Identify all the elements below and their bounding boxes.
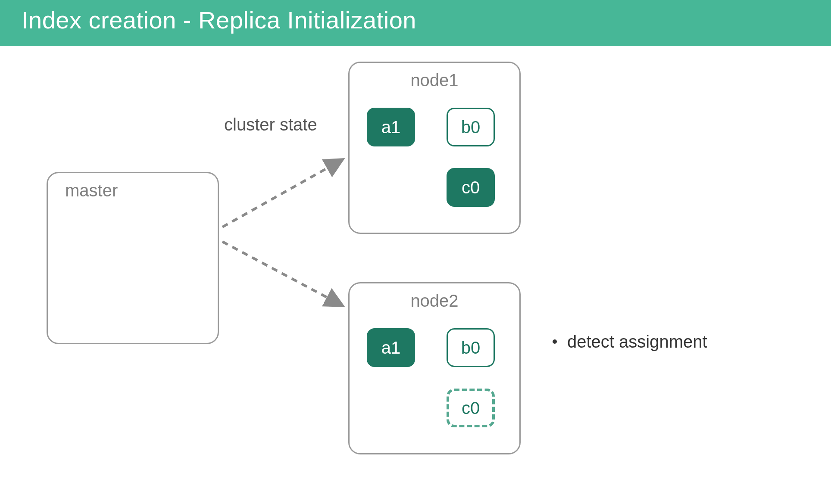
annotation-item: detect assignment [567, 332, 707, 351]
node2-shard-c0: c0 [447, 389, 495, 427]
diagram-stage: master node1 a1 b0 c0 node2 a1 b0 c0 clu… [0, 46, 831, 490]
bullet-dot-icon [553, 339, 557, 344]
node1-box: node1 a1 b0 c0 [348, 62, 521, 234]
arrow-master-to-node1 [222, 161, 341, 227]
arrow-master-to-node2 [222, 242, 341, 305]
node2-shard-a1: a1 [367, 328, 415, 367]
node1-label: node1 [350, 71, 519, 90]
master-label: master [48, 181, 218, 200]
node2-label: node2 [350, 291, 519, 311]
node1-shard-c0: c0 [447, 168, 495, 207]
slide-header: Index creation - Replica Initialization [0, 0, 831, 46]
node1-shard-b0: b0 [447, 108, 495, 146]
annotation-list: detect assignment [553, 332, 707, 352]
node2-box: node2 a1 b0 c0 [348, 282, 521, 454]
edge-label-cluster-state: cluster state [224, 115, 317, 134]
node2-shard-b0: b0 [447, 328, 495, 367]
master-box: master [47, 172, 219, 344]
node1-shard-a1: a1 [367, 108, 415, 146]
slide-title: Index creation - Replica Initialization [22, 6, 416, 34]
